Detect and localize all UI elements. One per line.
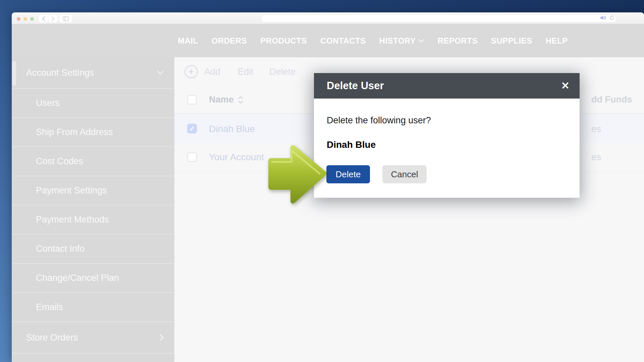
dialog-message: Delete the following user? [327, 115, 431, 126]
delete-user-dialog: Delete User ✕ Delete the following user?… [314, 73, 580, 198]
cell-fragment: es [591, 115, 601, 143]
nav-items: MAIL ORDERS PRODUCTS CONTACTS HISTORY RE… [178, 24, 568, 57]
confirm-delete-button[interactable]: Delete [326, 165, 370, 183]
speaker-icon[interactable] [600, 15, 606, 20]
add-button[interactable]: Add [204, 57, 220, 86]
nav-help[interactable]: HELP [546, 36, 568, 46]
forward-button[interactable] [48, 15, 57, 22]
sort-icon[interactable] [238, 96, 243, 104]
sidebar-item-ship-from-address[interactable]: Ship From Address [12, 118, 174, 147]
close-window-button[interactable] [17, 17, 20, 21]
dialog-header: Delete User ✕ [314, 73, 580, 99]
row-checkbox-checked[interactable]: ✓ [187, 124, 197, 133]
row-checkbox[interactable] [187, 152, 197, 162]
nav-orders[interactable]: ORDERS [212, 36, 247, 46]
app-navbar: MAIL ORDERS PRODUCTS CONTACTS HISTORY RE… [12, 24, 644, 57]
reload-icon[interactable] [609, 15, 614, 20]
nav-supplies[interactable]: SUPPLIES [491, 36, 532, 46]
nav-reports[interactable]: REPORTS [437, 36, 478, 46]
chevron-down-icon [419, 39, 424, 43]
sidebar-item-store-orders[interactable]: Store Orders [12, 322, 174, 354]
sidebar-item-contact-info[interactable]: Contact Info [12, 235, 174, 264]
annotation-arrow-icon [267, 142, 329, 206]
nav-history[interactable]: HISTORY [379, 36, 424, 46]
select-all-checkbox[interactable] [187, 95, 197, 105]
nav-mail[interactable]: MAIL [178, 36, 198, 46]
back-button[interactable] [39, 15, 48, 22]
minimize-window-button[interactable] [23, 17, 27, 21]
sidebar-toggle-button[interactable] [60, 15, 72, 22]
nav-products[interactable]: PRODUCTS [260, 36, 307, 46]
sidebar-item-payment-methods[interactable]: Payment Methods [12, 205, 174, 235]
cell-fragment: es [591, 143, 601, 171]
zoom-window-button[interactable] [30, 17, 34, 21]
chevron-right-icon [51, 16, 55, 21]
chevron-down-icon [157, 71, 164, 75]
sidebar-item-change-cancel-plan[interactable]: Change/Cancel Plan [12, 264, 174, 293]
dialog-title: Delete User [327, 80, 561, 92]
user-name: Your Account [209, 143, 264, 171]
close-icon[interactable]: ✕ [561, 81, 570, 91]
name-column-header[interactable]: Name [209, 95, 234, 105]
nav-contacts[interactable]: CONTACTS [320, 36, 366, 46]
edit-button[interactable]: Edit [238, 57, 254, 86]
sidebar-item-account-settings[interactable]: Account Settings [12, 57, 174, 89]
settings-sidebar: Account Settings Users Ship From Address… [12, 57, 174, 362]
selection-indicator [12, 61, 16, 85]
add-funds-column-header: dd Funds [591, 86, 632, 113]
dialog-user-name: Dinah Blue [327, 139, 376, 150]
address-bar[interactable] [262, 14, 616, 22]
sidebar-item-payment-settings[interactable]: Payment Settings [12, 176, 174, 205]
address-bar-icons [600, 15, 614, 20]
sidebar-item-cost-codes[interactable]: Cost Codes [12, 147, 174, 176]
chevron-left-icon [42, 16, 45, 21]
add-plus-icon[interactable]: + [184, 65, 198, 78]
delete-button[interactable]: Delete [269, 57, 296, 86]
cancel-button[interactable]: Cancel [382, 165, 427, 183]
sidebar-item-users[interactable]: Users [12, 89, 174, 118]
user-name: Dinah Blue [209, 115, 255, 143]
chevron-right-icon [160, 334, 164, 341]
sidebar-panel-icon [63, 16, 69, 21]
browser-toolbar [12, 12, 644, 24]
sidebar-item-emails[interactable]: Emails [12, 293, 174, 322]
